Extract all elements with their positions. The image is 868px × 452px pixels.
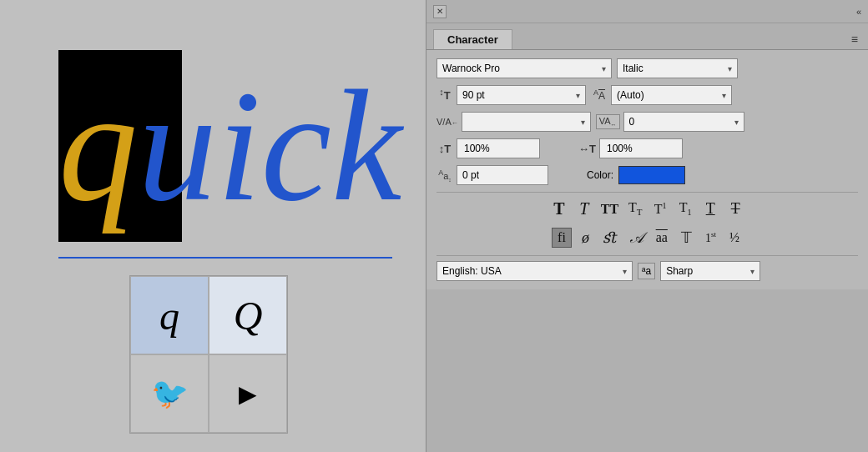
font-style-value: Italic (623, 63, 643, 74)
kerning-value: 0 (629, 116, 635, 128)
typo-style-row: T T TT TT T1 T1 T T (437, 198, 858, 220)
ordinal-1st-button[interactable]: 1st (702, 229, 719, 247)
color-label: Color: (587, 169, 613, 181)
vert-scale-icon: ↕T (437, 143, 453, 155)
quick-text: quick (58, 67, 401, 225)
opentype-row: fi ø ﬆ 𝒜 aa 𝕋 1st ½ (437, 227, 858, 249)
font-style-arrow: ▾ (728, 64, 732, 73)
bottom-row: English: USA ▾ ªa Sharp ▾ (437, 261, 858, 281)
leading-arrow: ▾ (722, 91, 726, 100)
color-swatch[interactable] (618, 166, 685, 184)
titling-button[interactable]: aa (653, 229, 671, 247)
language-arrow: ▾ (623, 267, 627, 276)
swash-button[interactable]: 𝒜 (627, 228, 646, 249)
baseline-shift-value: 0 pt (462, 169, 479, 181)
text-display: quick (58, 50, 401, 267)
leading-value: (Auto) (617, 89, 644, 101)
underline-button[interactable]: T (700, 198, 720, 219)
panel-titlebar: ✕ « (426, 0, 868, 23)
font-family-value: Warnock Pro (442, 63, 500, 74)
kerning-icon: VA↔ (596, 114, 620, 129)
panel-collapse-button[interactable]: « (856, 7, 861, 17)
superscript-button[interactable]: T1 (650, 199, 670, 218)
canvas-area: quick q Q 🐦 ▶ (0, 0, 417, 452)
baseline-icon: Aa↕ (437, 168, 453, 183)
font-family-arrow: ▾ (602, 64, 606, 73)
size-field: ↕T 90 pt ▾ (437, 85, 586, 105)
glyph-cell-bird[interactable]: 🐦 (130, 354, 209, 433)
glyph-cell-play[interactable]: ▶ (209, 354, 287, 433)
ordinal-t-button[interactable]: 𝕋 (678, 227, 695, 249)
horiz-scale-field: ↔T 100% (578, 138, 683, 158)
tracking-field: V/A← ▾ (437, 112, 591, 132)
size-leading-row: ↕T 90 pt ▾ AA (Auto) ▾ (437, 85, 858, 105)
antialiasing-select[interactable]: Sharp ▾ (660, 261, 760, 281)
tracking-kerning-row: V/A← ▾ VA↔ 0 ▾ (437, 112, 858, 132)
vert-scale-value: 100% (464, 143, 490, 154)
antialiasing-value: Sharp (666, 265, 693, 277)
kerning-arrow: ▾ (734, 118, 739, 127)
discretionary-liga-button[interactable]: ﬆ (599, 227, 620, 249)
text-underline (58, 257, 392, 259)
glyph-cell-q-upper[interactable]: Q (209, 276, 287, 354)
oldstyle-button[interactable]: ø (578, 228, 593, 249)
panel-menu-button[interactable]: ≡ (848, 29, 861, 49)
vert-scale-field: ↕T 100% (437, 138, 540, 158)
italic-button[interactable]: T (574, 198, 594, 220)
glyph-grid: q Q 🐦 ▶ (129, 275, 288, 434)
size-value: 90 pt (462, 89, 485, 101)
horiz-scale-icon: ↔T (578, 143, 596, 155)
allcaps-button[interactable]: TT (599, 200, 620, 218)
antialiasing-arrow: ▾ (750, 267, 754, 276)
tracking-icon: V/A← (437, 117, 458, 127)
tracking-arrow: ▾ (581, 118, 585, 127)
panel-body: Warnock Pro ▾ Italic ▾ ↕T 90 pt ▾ (426, 50, 868, 289)
panel-tab-area: Character ≡ (426, 23, 868, 50)
size-select[interactable]: 90 pt ▾ (457, 85, 586, 105)
baseline-shift-input[interactable]: 0 pt (457, 165, 548, 185)
font-style-select[interactable]: Italic ▾ (617, 58, 738, 78)
language-value: English: USA (442, 265, 502, 277)
horiz-scale-value: 100% (607, 143, 633, 154)
kerning-field: VA↔ 0 ▾ (596, 112, 744, 132)
smallcaps-button[interactable]: TT (625, 198, 645, 218)
panel-close-button[interactable]: ✕ (433, 5, 447, 18)
font-family-select[interactable]: Warnock Pro ▾ (437, 58, 612, 78)
leading-select[interactable]: (Auto) ▾ (611, 85, 732, 105)
tracking-select[interactable]: ▾ (462, 112, 591, 132)
baseline-color-row: Aa↕ 0 pt Color: (437, 165, 858, 185)
kerning-select[interactable]: 0 ▾ (623, 112, 744, 132)
font-family-row: Warnock Pro ▾ Italic ▾ (437, 58, 858, 78)
divider-2 (437, 255, 858, 256)
leading-field: AA (Auto) ▾ (591, 85, 732, 105)
baseline-shift-field: Aa↕ 0 pt (437, 165, 548, 185)
scale-row: ↕T 100% ↔T 100% (437, 138, 858, 158)
divider-1 (437, 192, 858, 193)
size-arrow: ▾ (576, 91, 580, 100)
fraction-button[interactable]: ½ (726, 229, 743, 247)
horiz-scale-input[interactable]: 100% (599, 138, 683, 158)
color-field: Color: (587, 166, 685, 184)
ligature-fi-button[interactable]: fi (552, 228, 572, 248)
letters-uick: uick (138, 58, 401, 234)
vert-scale-input[interactable]: 100% (457, 138, 540, 158)
bold-button[interactable]: T (549, 198, 569, 220)
tab-character[interactable]: Character (433, 29, 512, 49)
language-select[interactable]: English: USA ▾ (437, 261, 633, 281)
leading-icon: AA (591, 88, 608, 102)
strikethrough-button[interactable]: T (725, 198, 745, 219)
glyph-cell-q-lower[interactable]: q (130, 276, 209, 354)
character-panel: ✕ « Character ≡ Warnock Pro ▾ Italic ▾ ↕… (426, 0, 868, 452)
letter-q: q (58, 58, 138, 234)
size-icon: ↕T (437, 89, 453, 102)
aa-icon: ªa (638, 263, 655, 279)
subscript-button[interactable]: T1 (675, 198, 695, 218)
